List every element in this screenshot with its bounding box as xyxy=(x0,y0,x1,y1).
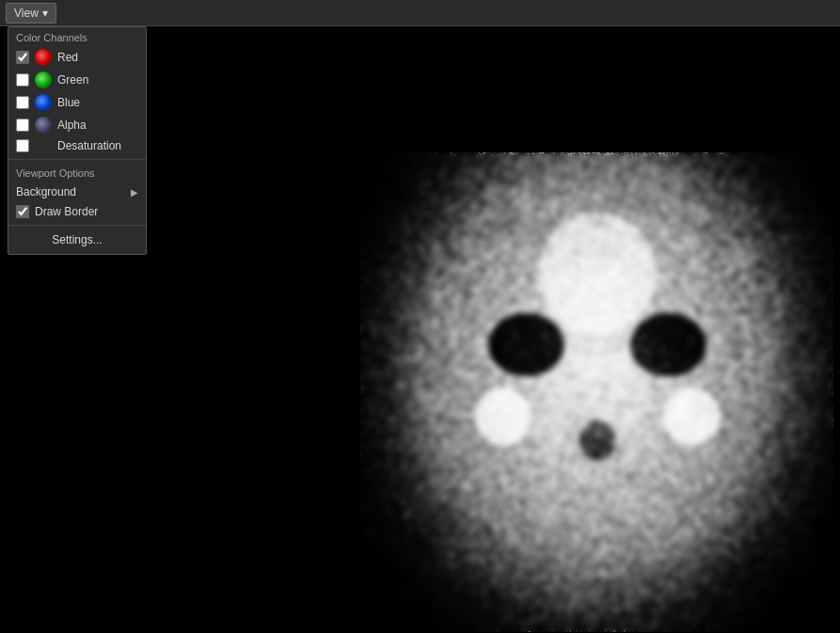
channel-item-red[interactable]: Red xyxy=(8,46,146,69)
blue-icon xyxy=(35,94,52,111)
draw-border-label: Draw Border xyxy=(35,205,98,218)
draw-border-checkbox[interactable] xyxy=(16,205,29,218)
settings-label: Settings... xyxy=(52,233,102,246)
viewport-options-header: Viewport Options xyxy=(8,164,146,182)
channel-label-green: Green xyxy=(57,73,88,87)
channel-item-desaturation[interactable]: Desaturation xyxy=(8,136,146,155)
top-bar: View ▾ xyxy=(0,0,840,26)
view-dropdown-arrow: ▾ xyxy=(42,7,48,20)
channel-checkbox-red[interactable] xyxy=(16,51,29,64)
view-button[interactable]: View ▾ xyxy=(6,3,56,24)
skull-canvas xyxy=(360,152,833,632)
green-icon xyxy=(35,71,52,88)
channel-label-desaturation: Desaturation xyxy=(57,139,121,152)
settings-item[interactable]: Settings... xyxy=(8,229,146,250)
alpha-icon xyxy=(35,117,52,134)
channel-item-alpha[interactable]: Alpha xyxy=(8,114,146,136)
view-button-label: View xyxy=(14,7,39,20)
red-icon xyxy=(35,49,52,66)
divider-2 xyxy=(8,225,146,226)
channel-label-alpha: Alpha xyxy=(57,119,87,132)
channel-checkbox-alpha[interactable] xyxy=(16,119,29,132)
background-label: Background xyxy=(16,185,76,198)
channel-label-red: Red xyxy=(57,51,78,64)
draw-border-item[interactable]: Draw Border xyxy=(8,202,146,221)
channel-checkbox-green[interactable] xyxy=(16,73,29,87)
background-submenu-item[interactable]: Background ▶ xyxy=(8,182,146,202)
channel-checkbox-desaturation[interactable] xyxy=(16,139,29,152)
color-channels-header: Color Channels xyxy=(8,27,146,46)
viewport-image xyxy=(360,152,833,632)
submenu-arrow-icon: ▶ xyxy=(131,187,138,198)
channel-label-blue: Blue xyxy=(57,96,80,109)
channel-item-blue[interactable]: Blue xyxy=(8,91,146,114)
channel-item-green[interactable]: Green xyxy=(8,69,146,91)
dropdown-panel: Color Channels Red Green Blue Alpha Desa… xyxy=(8,26,147,255)
divider-1 xyxy=(8,159,146,160)
channel-checkbox-blue[interactable] xyxy=(16,96,29,109)
